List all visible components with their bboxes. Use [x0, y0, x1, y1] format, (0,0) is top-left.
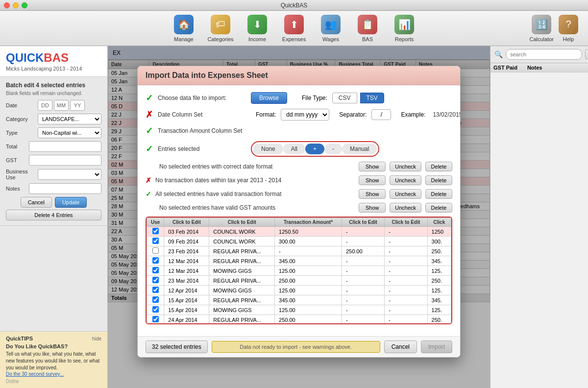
status3-show[interactable]: Show: [359, 189, 386, 199]
import-cell-amount[interactable]: 250.00: [275, 276, 342, 286]
minimize-button[interactable]: [13, 2, 19, 8]
import-cell-5[interactable]: -: [385, 237, 427, 246]
import-cell-4[interactable]: -: [342, 286, 384, 295]
import-table-container[interactable]: Use Click to Edit Click to Edit Transact…: [146, 217, 452, 324]
import-cell-5[interactable]: -: [385, 256, 427, 266]
import-cell-use[interactable]: [147, 266, 164, 276]
import-cell-use[interactable]: [147, 237, 164, 246]
import-cell-date[interactable]: 24 Apr 2014: [164, 315, 209, 325]
quicktips-hide[interactable]: hide: [92, 336, 101, 341]
import-col-use[interactable]: Use: [147, 218, 164, 227]
import-col-6[interactable]: Click: [427, 218, 451, 227]
import-cell-date[interactable]: 12 Mar 2014: [164, 256, 209, 266]
import-cell-amount[interactable]: -: [275, 246, 342, 256]
import-col-date[interactable]: Click to Edit: [164, 218, 209, 227]
import-col-4[interactable]: Click to Edit: [342, 218, 384, 227]
import-cell-desc[interactable]: REGULAR PRIVA...: [209, 256, 275, 266]
import-row[interactable]: 12 Mar 2014 REGULAR PRIVA... 345.00 - - …: [147, 256, 451, 266]
import-cell-5[interactable]: -: [385, 276, 427, 286]
import-row[interactable]: 12 Apr 2014 MOWING GIGS 125.00 - - 125.: [147, 286, 451, 295]
toolbar-wages[interactable]: 👥 Wages: [318, 15, 344, 42]
import-cell-amount[interactable]: 125.00: [275, 286, 342, 295]
import-cell-5[interactable]: -: [385, 286, 427, 295]
import-row[interactable]: 03 Feb 2014 COUNCIL WORK 1250.50 - - 125…: [147, 227, 451, 237]
entry-manual-button[interactable]: Manual: [342, 144, 377, 154]
date-mm[interactable]: MM: [54, 100, 69, 111]
import-cell-use[interactable]: [147, 295, 164, 305]
import-cell-desc[interactable]: REGULAR PRIVA...: [209, 295, 275, 305]
import-col-amount[interactable]: Transaction Amount*: [275, 218, 342, 227]
update-button[interactable]: Update: [55, 197, 87, 208]
import-cell-date[interactable]: 03 Feb 2014: [164, 227, 209, 237]
import-cell-date[interactable]: 09 Feb 2014: [164, 237, 209, 246]
import-cell-5[interactable]: -: [385, 266, 427, 276]
import-cell-date[interactable]: 15 Apr 2014: [164, 305, 209, 315]
import-row[interactable]: 12 Mar 2014 MOWING GIGS 125.00 - - 125.: [147, 266, 451, 276]
import-cell-amount[interactable]: 345.00: [275, 256, 342, 266]
import-cell-desc[interactable]: MOWING GIGS: [209, 305, 275, 315]
format-select[interactable]: dd mm yyyy: [281, 109, 329, 121]
import-cell-4[interactable]: -: [342, 237, 384, 246]
entry-plus-button[interactable]: +: [305, 144, 324, 154]
import-cell-amount[interactable]: 125.00: [275, 305, 342, 315]
import-cell-amount[interactable]: 1250.50: [275, 227, 342, 237]
import-cell-6[interactable]: 300.: [427, 237, 451, 246]
import-cell-date[interactable]: 23 Feb 2014: [164, 246, 209, 256]
import-cell-use[interactable]: [147, 227, 164, 237]
browse-button[interactable]: Browse: [251, 92, 287, 104]
import-checkbox[interactable]: [152, 296, 159, 303]
import-checkbox[interactable]: [152, 247, 159, 254]
import-cell-amount[interactable]: 345.00: [275, 295, 342, 305]
total-input[interactable]: [29, 141, 101, 152]
notes-input[interactable]: [29, 183, 101, 194]
import-cell-4[interactable]: -: [342, 295, 384, 305]
import-checkbox[interactable]: [152, 287, 159, 293]
delete-button[interactable]: Delete 4 Entries: [6, 210, 101, 220]
import-checkbox[interactable]: [152, 306, 159, 313]
import-checkbox[interactable]: [152, 257, 159, 264]
toolbar-manage[interactable]: 🏠 Manage: [171, 15, 197, 42]
import-cell-desc[interactable]: REGULAR PRIVA...: [209, 315, 275, 325]
toolbar-help[interactable]: ? Help: [559, 15, 578, 42]
import-cell-6[interactable]: 345.: [427, 295, 451, 305]
import-cell-6[interactable]: 125.: [427, 266, 451, 276]
gst-input[interactable]: [29, 155, 101, 166]
search-input[interactable]: [506, 49, 582, 60]
import-cell-use[interactable]: [147, 276, 164, 286]
toolbar-calculator[interactable]: 🔢 Calculator: [529, 15, 554, 42]
import-row[interactable]: 23 Feb 2014 REGULAR PRIVA... - 250.00 - …: [147, 246, 451, 256]
import-checkbox[interactable]: [152, 277, 159, 283]
entry-minus-button[interactable]: -: [324, 144, 342, 154]
selected-entries-button[interactable]: 32 selected entries: [146, 340, 208, 353]
import-cell-use[interactable]: [147, 305, 164, 315]
status1-show[interactable]: Show: [359, 162, 386, 171]
import-cell-amount[interactable]: 250.00: [275, 315, 342, 325]
status1-delete[interactable]: Delete: [425, 162, 452, 171]
category-select[interactable]: LANDSCAPE...: [38, 114, 101, 124]
import-checkbox[interactable]: [152, 267, 159, 273]
import-cell-use[interactable]: [147, 286, 164, 295]
csv-button[interactable]: CSV: [332, 93, 357, 103]
import-cell-desc[interactable]: COUNCIL WORK: [209, 227, 275, 237]
separator-input[interactable]: [371, 109, 391, 120]
maximize-button[interactable]: [22, 2, 27, 8]
import-row[interactable]: 24 Apr 2014 REGULAR PRIVA... 250.00 - - …: [147, 315, 451, 325]
import-cell-4[interactable]: -: [342, 266, 384, 276]
import-checkbox[interactable]: [152, 238, 159, 244]
import-row[interactable]: 23 Mar 2014 REGULAR PRIVA... 250.00 - - …: [147, 276, 451, 286]
business-use-select[interactable]: [38, 169, 101, 180]
toolbar-reports[interactable]: 📊 Reports: [391, 15, 418, 42]
import-cell-6[interactable]: 125.: [427, 305, 451, 315]
import-cell-6[interactable]: 345.: [427, 256, 451, 266]
tsv-button[interactable]: TSV: [360, 93, 384, 103]
status4-delete[interactable]: Delete: [425, 203, 452, 213]
import-cell-5[interactable]: -: [385, 246, 427, 256]
import-cell-6[interactable]: 250.: [427, 276, 451, 286]
toolbar-income[interactable]: ⬇ Income: [244, 15, 271, 42]
status2-uncheck[interactable]: Uncheck: [390, 175, 421, 185]
import-button[interactable]: Import: [421, 340, 452, 353]
import-col-desc[interactable]: Click to Edit: [209, 218, 275, 227]
import-cell-desc[interactable]: REGULAR PRIVA...: [209, 276, 275, 286]
date-yy[interactable]: YY: [70, 100, 85, 111]
import-cell-5[interactable]: -: [385, 227, 427, 237]
